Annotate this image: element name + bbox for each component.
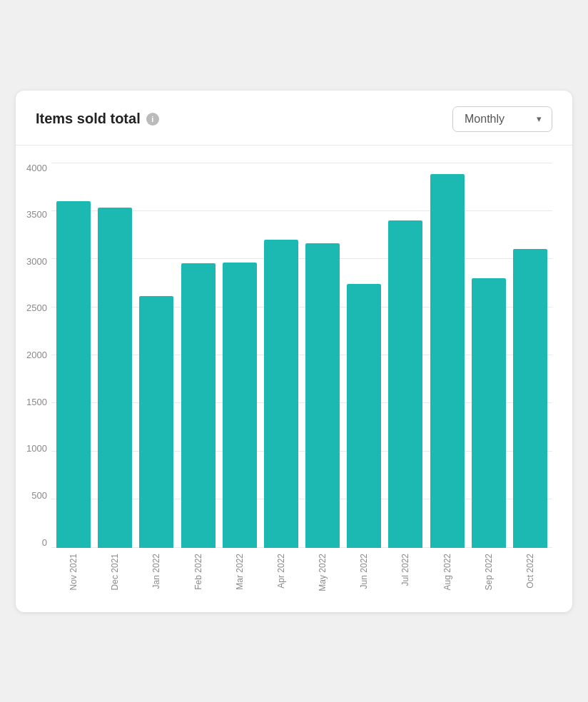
x-axis-label: Mar 2022 (235, 554, 245, 590)
x-label-col: Mar 2022 (220, 548, 259, 605)
x-labels: Nov 2021Dec 2021Jan 2022Feb 2022Mar 2022… (51, 548, 552, 605)
y-axis: 05001000150020002500300035004000 (20, 163, 47, 548)
bar[interactable] (223, 263, 257, 548)
dropdown-label: Monthly (465, 113, 505, 126)
x-label-col: May 2022 (303, 548, 342, 605)
card-header: Items sold total i Monthly ▾ (16, 91, 572, 146)
y-axis-label: 0 (20, 537, 47, 548)
x-label-col: Jan 2022 (137, 548, 176, 605)
bar[interactable] (98, 208, 132, 548)
x-label-col: Jul 2022 (386, 548, 425, 605)
x-axis-label: Jun 2022 (359, 554, 369, 589)
x-axis-label: Dec 2021 (110, 554, 120, 590)
chart-container: 05001000150020002500300035004000 Nov 202… (51, 163, 552, 605)
x-label-col: Nov 2021 (54, 548, 93, 605)
bar[interactable] (347, 284, 381, 548)
bar-col (262, 163, 300, 548)
x-label-col: Jun 2022 (345, 548, 383, 605)
x-axis-label: Jul 2022 (400, 554, 410, 586)
period-dropdown[interactable]: Monthly ▾ (452, 106, 552, 132)
x-label-col: Aug 2022 (428, 548, 467, 605)
x-axis-label: Sep 2022 (484, 554, 494, 590)
x-label-col: Feb 2022 (179, 548, 218, 605)
x-axis-label: Apr 2022 (276, 554, 286, 589)
x-label-col: Dec 2021 (96, 548, 134, 605)
bar-col (303, 163, 342, 548)
header-left: Items sold total i (36, 111, 159, 127)
y-axis-label: 2500 (20, 302, 47, 313)
bar[interactable] (388, 220, 422, 548)
bar[interactable] (56, 201, 91, 548)
chart-area: 05001000150020002500300035004000 Nov 202… (16, 146, 572, 612)
y-axis-label: 1000 (20, 443, 47, 454)
bar[interactable] (181, 263, 216, 547)
bar[interactable] (513, 249, 547, 548)
y-axis-label: 4000 (20, 163, 47, 173)
bar[interactable] (264, 240, 298, 548)
y-axis-label: 1500 (20, 397, 47, 407)
bar-col (54, 163, 93, 548)
bars-wrapper (51, 163, 552, 548)
x-axis-label: Feb 2022 (193, 554, 203, 590)
y-axis-label: 3000 (20, 256, 47, 267)
chevron-down-icon: ▾ (537, 113, 542, 124)
bar-col (511, 163, 549, 548)
y-axis-label: 500 (20, 490, 47, 501)
bar-col (220, 163, 259, 548)
bar-col (386, 163, 425, 548)
bar-col (428, 163, 467, 548)
y-axis-label: 3500 (20, 209, 47, 220)
y-axis-label: 2000 (20, 350, 47, 360)
x-axis-label: Aug 2022 (442, 554, 452, 590)
bar-col (137, 163, 176, 548)
card-title: Items sold total (36, 111, 141, 127)
bar[interactable] (139, 296, 173, 547)
bar[interactable] (472, 278, 506, 548)
items-sold-card: Items sold total i Monthly ▾ 05001000150… (16, 91, 572, 612)
x-axis-label: May 2022 (318, 554, 328, 591)
x-axis-label: Jan 2022 (151, 554, 161, 589)
info-icon[interactable]: i (146, 113, 159, 126)
bar-col (470, 163, 508, 548)
x-axis-label: Oct 2022 (525, 554, 535, 589)
x-label-col: Oct 2022 (511, 548, 549, 605)
bar-col (345, 163, 383, 548)
bar-col (96, 163, 134, 548)
bar-col (179, 163, 218, 548)
bar[interactable] (305, 243, 340, 548)
x-label-col: Sep 2022 (470, 548, 508, 605)
bar[interactable] (430, 174, 465, 548)
x-axis-label: Nov 2021 (69, 554, 78, 590)
x-label-col: Apr 2022 (262, 548, 300, 605)
